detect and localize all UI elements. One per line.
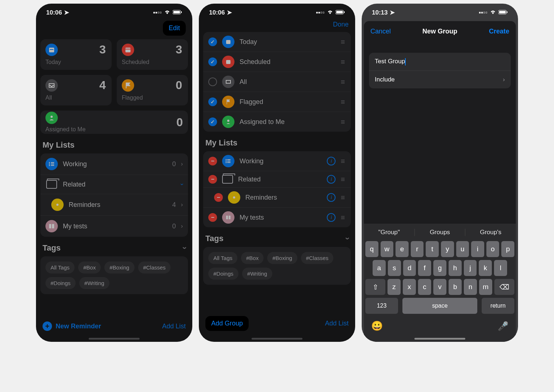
return-key[interactable]: return <box>482 298 514 314</box>
key-z[interactable]: z <box>388 279 401 295</box>
key-f[interactable]: f <box>418 260 431 276</box>
key-b[interactable]: b <box>449 279 462 295</box>
checkbox-on-icon[interactable] <box>208 57 217 66</box>
all-card[interactable]: 4 All <box>40 75 112 105</box>
key-w[interactable]: w <box>381 241 394 257</box>
group-name-field[interactable]: Test Group <box>369 53 511 71</box>
list-row-mytests[interactable]: − My tests i ≡ <box>203 208 351 227</box>
checkbox-on-icon[interactable] <box>208 37 217 46</box>
key-c[interactable]: c <box>418 279 431 295</box>
edit-button[interactable]: Edit <box>169 24 180 32</box>
key-s[interactable]: s <box>388 260 401 276</box>
remove-icon[interactable]: − <box>208 175 217 184</box>
create-button[interactable]: Create <box>489 28 509 35</box>
key-k[interactable]: k <box>479 260 492 276</box>
add-list-button[interactable]: Add List <box>162 323 186 330</box>
info-icon[interactable]: i <box>327 213 336 222</box>
tag-chip[interactable]: #Box <box>241 252 264 264</box>
key-v[interactable]: v <box>433 279 446 295</box>
drag-handle-icon[interactable]: ≡ <box>341 58 346 66</box>
smart-row-all[interactable]: All ≡ <box>203 72 351 92</box>
info-icon[interactable]: i <box>327 193 336 202</box>
tag-chip[interactable]: All Tags <box>45 261 75 273</box>
suggestion[interactable]: Groups <box>414 229 465 236</box>
list-row-related[interactable]: − Related i ≡ <box>203 171 351 188</box>
remove-icon[interactable]: − <box>214 193 223 202</box>
remove-icon[interactable]: − <box>208 213 217 222</box>
key-t[interactable]: t <box>426 241 439 257</box>
include-row[interactable]: Include › <box>369 71 511 88</box>
list-mytests[interactable]: My tests 0 › <box>40 216 188 237</box>
new-reminder-button[interactable]: + New Reminder <box>43 321 101 331</box>
drag-handle-icon[interactable]: ≡ <box>341 175 346 184</box>
drag-handle-icon[interactable]: ≡ <box>341 78 346 86</box>
home-indicator[interactable] <box>414 338 465 340</box>
suggestion[interactable]: "Group" <box>364 229 414 236</box>
smart-row-today[interactable]: Today ≡ <box>203 32 351 52</box>
backspace-key[interactable]: ⌫ <box>494 279 514 295</box>
cancel-button[interactable]: Cancel <box>370 28 391 35</box>
drag-handle-icon[interactable]: ≡ <box>341 193 346 202</box>
drag-handle-icon[interactable]: ≡ <box>341 38 346 46</box>
shift-key[interactable]: ⇧ <box>365 279 385 295</box>
tags-header[interactable]: Tags › <box>40 237 188 256</box>
tags-header[interactable]: Tags › <box>203 227 351 247</box>
drag-handle-icon[interactable]: ≡ <box>341 213 346 222</box>
tag-chip[interactable]: #Writing <box>79 277 109 289</box>
list-working[interactable]: Working 0 › <box>40 153 188 175</box>
tag-chip[interactable]: #Classes <box>138 261 171 273</box>
key-i[interactable]: i <box>471 241 484 257</box>
key-j[interactable]: j <box>464 260 477 276</box>
list-row-reminders[interactable]: − Reminders i ≡ <box>203 188 351 208</box>
drag-handle-icon[interactable]: ≡ <box>341 98 346 106</box>
checkbox-on-icon[interactable] <box>208 117 217 126</box>
remove-icon[interactable]: − <box>208 157 217 165</box>
home-indicator[interactable] <box>252 338 302 340</box>
scheduled-card[interactable]: 3 Scheduled <box>117 39 188 70</box>
key-r[interactable]: r <box>411 241 424 257</box>
tag-chip[interactable]: #Doings <box>45 277 76 289</box>
key-q[interactable]: q <box>365 241 378 257</box>
key-a[interactable]: a <box>373 260 386 276</box>
tag-chip[interactable]: #Boxing <box>104 261 134 273</box>
list-reminders[interactable]: Reminders 4 › <box>40 194 188 216</box>
checkbox-on-icon[interactable] <box>208 97 217 106</box>
tag-chip[interactable]: All Tags <box>208 252 237 264</box>
key-g[interactable]: g <box>433 260 446 276</box>
key-d[interactable]: d <box>403 260 416 276</box>
drag-handle-icon[interactable]: ≡ <box>341 157 346 165</box>
checkbox-off-icon[interactable] <box>208 77 217 86</box>
add-group-button[interactable]: Add Group <box>211 320 243 327</box>
key-o[interactable]: o <box>486 241 499 257</box>
list-related[interactable]: Related › <box>40 175 188 194</box>
key-p[interactable]: p <box>501 241 514 257</box>
dictation-key[interactable]: 🎤 <box>498 321 509 331</box>
key-l[interactable]: l <box>494 260 507 276</box>
list-row-working[interactable]: − Working i ≡ <box>203 151 351 171</box>
tag-chip[interactable]: #Classes <box>301 252 334 264</box>
smart-row-assigned[interactable]: Assigned to Me ≡ <box>203 112 351 132</box>
tag-chip[interactable]: #Writing <box>242 268 272 280</box>
done-button[interactable]: Done <box>333 21 349 28</box>
space-key[interactable]: space <box>402 298 477 314</box>
numbers-key[interactable]: 123 <box>365 298 398 314</box>
assigned-card[interactable]: Assigned to Me 0 <box>40 111 188 134</box>
key-m[interactable]: m <box>479 279 492 295</box>
key-u[interactable]: u <box>456 241 469 257</box>
today-card[interactable]: 3 Today <box>40 39 112 70</box>
add-list-button[interactable]: Add List <box>325 320 349 327</box>
tag-chip[interactable]: #Boxing <box>267 252 297 264</box>
tag-chip[interactable]: #Doings <box>208 268 238 280</box>
key-x[interactable]: x <box>403 279 416 295</box>
info-icon[interactable]: i <box>327 157 336 165</box>
tag-chip[interactable]: #Box <box>78 261 101 273</box>
emoji-key[interactable]: 😀 <box>371 320 383 332</box>
drag-handle-icon[interactable]: ≡ <box>341 118 346 126</box>
home-indicator[interactable] <box>89 338 140 340</box>
suggestion[interactable]: Group's <box>465 229 516 236</box>
key-n[interactable]: n <box>464 279 477 295</box>
info-icon[interactable]: i <box>327 175 336 184</box>
flagged-card[interactable]: 0 Flagged <box>117 75 188 105</box>
smart-row-flagged[interactable]: Flagged ≡ <box>203 92 351 112</box>
key-h[interactable]: h <box>449 260 462 276</box>
